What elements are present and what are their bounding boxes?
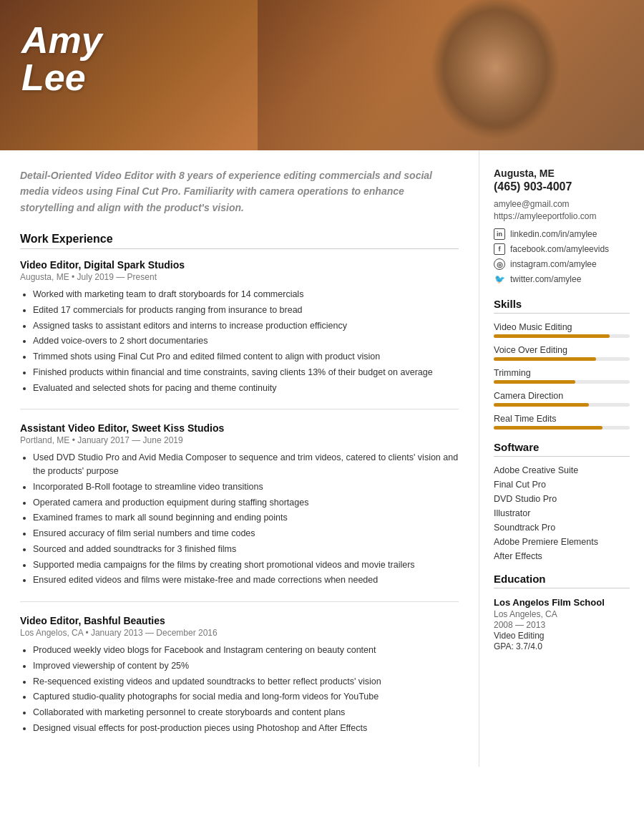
skill-1-name: Video Music Editing xyxy=(494,322,630,332)
list-item: Captured studio-quality photographs for … xyxy=(33,690,459,704)
contact-section: Augusta, ME (465) 903-4007 amylee@gmail.… xyxy=(494,168,630,285)
list-item: Ensured edited videos and films were mis… xyxy=(33,573,459,587)
education-title: Education xyxy=(494,573,630,585)
skill-1: Video Music Editing xyxy=(494,322,630,338)
social-facebook: f facebook.com/amyleevids xyxy=(494,243,630,255)
list-item: Edited 17 commercials for products rangi… xyxy=(33,304,459,317)
skill-1-bar-bg xyxy=(494,334,630,338)
list-item: Designed visual effects for post-product… xyxy=(33,722,459,735)
skill-4-bar-fill xyxy=(494,403,589,407)
list-item: Supported media campaigns for the films … xyxy=(33,558,459,572)
skill-3-bar-fill xyxy=(494,380,575,384)
header-person-silhouette xyxy=(358,0,608,150)
job-3-meta: Los Angelos, CA • January 2013 — Decembe… xyxy=(20,628,459,638)
job-divider-2 xyxy=(20,601,459,602)
work-experience-section: Work Experience Video Editor, Digital Sp… xyxy=(20,233,459,735)
list-item: Assigned tasks to assistant editors and … xyxy=(33,319,459,333)
summary-text: Detail-Oriented Video Editor with 8 year… xyxy=(20,168,459,215)
social-instagram: ◎ instagram.com/amylee xyxy=(494,258,630,270)
list-item: Examined frames to mark all sound beginn… xyxy=(33,511,459,525)
list-item: Finished products within financial and t… xyxy=(33,366,459,379)
software-divider xyxy=(494,456,630,457)
contact-phone: (465) 903-4007 xyxy=(494,180,630,193)
instagram-icon: ◎ xyxy=(494,258,505,270)
job-1-bullets: Worked with marketing team to draft stor… xyxy=(20,288,459,394)
list-item: Worked with marketing team to draft stor… xyxy=(33,288,459,301)
skill-5-bar-fill xyxy=(494,426,602,430)
software-4: Illustrator xyxy=(494,508,630,518)
software-2: Final Cut Pro xyxy=(494,480,630,490)
list-item: Improved viewership of content by 25% xyxy=(33,659,459,673)
software-5: Soundtrack Pro xyxy=(494,523,630,533)
job-1-meta: Augusta, ME • July 2019 — Present xyxy=(20,272,459,282)
skills-divider xyxy=(494,313,630,314)
skill-5-bar-bg xyxy=(494,426,630,430)
skill-2-bar-fill xyxy=(494,357,596,361)
list-item: Added voice-overs to 2 short documentari… xyxy=(33,334,459,348)
school-1-degree: Video Editing xyxy=(494,631,630,641)
header-name-block: Amy Lee xyxy=(21,21,102,96)
job-1: Video Editor, Digital Spark Studios Augu… xyxy=(20,259,459,394)
software-7: After Effects xyxy=(494,551,630,561)
facebook-icon: f xyxy=(494,243,505,255)
skill-3-name: Trimming xyxy=(494,368,630,378)
contact-location: Augusta, ME xyxy=(494,168,630,179)
software-3: DVD Studio Pro xyxy=(494,494,630,504)
skill-2: Voice Over Editing xyxy=(494,345,630,361)
twitter-icon: 🐦 xyxy=(494,273,505,285)
school-1-location: Los Angeles, CA xyxy=(494,609,630,619)
list-item: Operated camera and production equipment… xyxy=(33,496,459,510)
facebook-label: facebook.com/amyleevids xyxy=(510,244,609,254)
list-item: Incorporated B-Roll footage to streamlin… xyxy=(33,480,459,494)
skill-3-bar-bg xyxy=(494,380,630,384)
skill-5-name: Real Time Edits xyxy=(494,414,630,424)
school-1-gpa: GPA: 3.7/4.0 xyxy=(494,641,630,651)
skill-4-bar-bg xyxy=(494,403,630,407)
social-twitter: 🐦 twitter.com/amylee xyxy=(494,273,630,285)
skill-4: Camera Direction xyxy=(494,391,630,407)
left-column: Detail-Oriented Video Editor with 8 year… xyxy=(0,150,479,767)
skill-2-name: Voice Over Editing xyxy=(494,345,630,355)
skill-3: Trimming xyxy=(494,368,630,384)
right-column: Augusta, ME (465) 903-4007 amylee@gmail.… xyxy=(479,150,644,767)
skills-title: Skills xyxy=(494,298,630,310)
job-2-meta: Portland, ME • January 2017 — June 2019 xyxy=(20,435,459,445)
twitter-label: twitter.com/amylee xyxy=(510,274,581,284)
list-item: Evaluated and selected shots for pacing … xyxy=(33,382,459,395)
school-1-name: Los Angelos Film School xyxy=(494,597,630,608)
software-1: Adobe Creative Suite xyxy=(494,465,630,475)
job-2-bullets: Used DVD Studio Pro and Avid Media Compo… xyxy=(20,451,459,587)
list-item: Produced weekly video blogs for Facebook… xyxy=(33,644,459,657)
job-2-title: Assistant Video Editor, Sweet Kiss Studi… xyxy=(20,422,459,434)
school-1: Los Angelos Film School Los Angeles, CA … xyxy=(494,597,630,651)
software-6: Adobe Premiere Elements xyxy=(494,537,630,547)
list-item: Collaborated with marketing personnel to… xyxy=(33,706,459,719)
skills-section: Skills Video Music Editing Voice Over Ed… xyxy=(494,298,630,430)
software-title: Software xyxy=(494,441,630,453)
linkedin-icon: in xyxy=(494,228,505,240)
skill-1-bar-fill xyxy=(494,334,610,338)
job-3-bullets: Produced weekly video blogs for Facebook… xyxy=(20,644,459,735)
education-divider xyxy=(494,588,630,588)
main-content: Detail-Oriented Video Editor with 8 year… xyxy=(0,150,644,767)
job-3: Video Editor, Bashful Beauties Los Angel… xyxy=(20,615,459,735)
contact-email: amylee@gmail.com xyxy=(494,199,630,209)
social-linkedin: in linkedin.com/in/amylee xyxy=(494,228,630,240)
work-experience-title: Work Experience xyxy=(20,233,459,246)
linkedin-label: linkedin.com/in/amylee xyxy=(510,229,597,239)
social-links: in linkedin.com/in/amylee f facebook.com… xyxy=(494,228,630,285)
list-item: Re-sequenced existing videos and updated… xyxy=(33,675,459,689)
skill-4-name: Camera Direction xyxy=(494,391,630,401)
work-divider xyxy=(20,248,459,249)
list-item: Trimmed shots using Final Cut Pro and ed… xyxy=(33,350,459,364)
skill-2-bar-bg xyxy=(494,357,630,361)
list-item: Used DVD Studio Pro and Avid Media Compo… xyxy=(33,451,459,478)
list-item: Sourced and added soundtracks for 3 fini… xyxy=(33,543,459,556)
header: Amy Lee xyxy=(0,0,644,150)
job-divider-1 xyxy=(20,409,459,409)
job-1-title: Video Editor, Digital Spark Studios xyxy=(20,259,459,271)
school-1-years: 2008 — 2013 xyxy=(494,620,630,630)
contact-website: https://amyleeportfolio.com xyxy=(494,211,630,221)
job-3-title: Video Editor, Bashful Beauties xyxy=(20,615,459,626)
job-2: Assistant Video Editor, Sweet Kiss Studi… xyxy=(20,422,459,587)
